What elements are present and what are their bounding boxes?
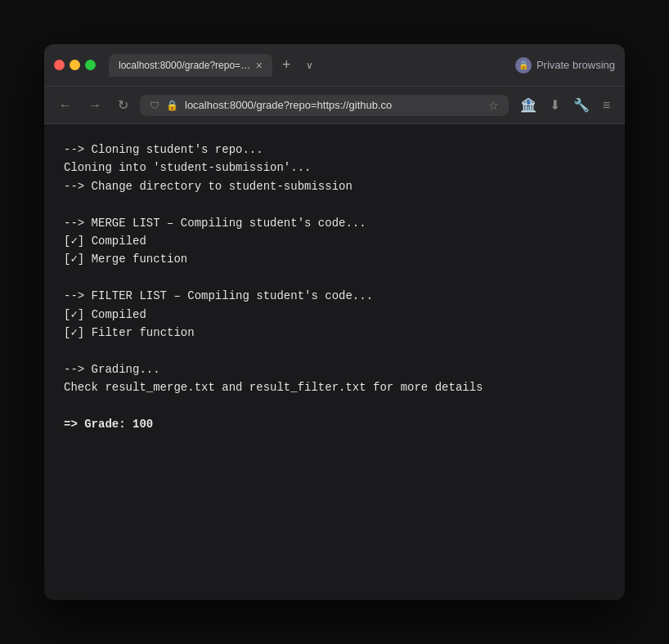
terminal-line: --> FILTER LIST – Compiling student's co… [64,287,605,305]
bookmark-icon[interactable]: ☆ [488,99,499,112]
terminal-line [64,342,605,360]
tools-button[interactable]: 🔧 [568,94,595,116]
terminal-line: --> Grading... [64,360,605,378]
title-bar: localhost:8000/grade?repo=https:// × + ∨… [44,44,625,87]
maximize-button[interactable] [85,60,96,70]
private-browsing-icon: 🔒 [515,57,532,74]
active-tab[interactable]: localhost:8000/grade?repo=https:// × [109,54,272,77]
back-button[interactable]: ← [54,95,77,116]
content-area: --> Cloning student's repo...Cloning int… [44,124,625,600]
close-button[interactable] [54,60,65,70]
terminal-line [64,269,605,287]
download-button[interactable]: ⬇ [545,94,565,116]
private-browsing-label: Private browsing [537,59,615,71]
nav-bar: ← → ↻ 🛡 🔒 localhost:8000/grade?repo=http… [44,87,625,124]
url-text: localhost:8000/grade?repo=https://github… [185,99,482,111]
refresh-button[interactable]: ↻ [113,94,133,116]
terminal-line: [✓] Compiled [64,232,605,250]
nav-actions: 🏦 ⬇ 🔧 ≡ [515,94,615,116]
tab-close-button[interactable]: × [256,59,263,72]
terminal-line [64,195,605,213]
private-browsing-indicator: 🔒 Private browsing [515,57,615,74]
pocket-button[interactable]: 🏦 [515,94,541,116]
terminal-line [64,396,605,414]
terminal-line: --> MERGE LIST – Compiling student's cod… [64,214,605,232]
terminal-line: [✓] Filter function [64,324,605,342]
minimize-button[interactable] [70,60,80,70]
terminal-output: --> Cloning student's repo...Cloning int… [64,141,605,433]
terminal-line: Cloning into 'student-submission'... [64,159,605,177]
tab-title: localhost:8000/grade?repo=https:// [119,60,251,71]
terminal-line: Check result_merge.txt and result_filter… [64,378,605,396]
terminal-line: --> Cloning student's repo... [64,141,605,159]
traffic-lights [54,60,96,70]
forward-button[interactable]: → [83,95,106,116]
new-tab-button[interactable]: + [276,53,298,77]
terminal-line: --> Change directory to student-submissi… [64,177,605,195]
menu-button[interactable]: ≡ [598,95,615,116]
terminal-line: => Grade: 100 [64,415,605,433]
browser-window: localhost:8000/grade?repo=https:// × + ∨… [44,44,625,600]
url-bar[interactable]: 🛡 🔒 localhost:8000/grade?repo=https://gi… [140,95,509,116]
terminal-line: [✓] Merge function [64,250,605,268]
tab-dropdown-button[interactable]: ∨ [301,56,318,74]
lock-icon: 🔒 [166,100,178,111]
tab-bar: localhost:8000/grade?repo=https:// × + ∨ [109,53,509,77]
terminal-line: [✓] Compiled [64,306,605,324]
shield-icon: 🛡 [150,100,159,111]
